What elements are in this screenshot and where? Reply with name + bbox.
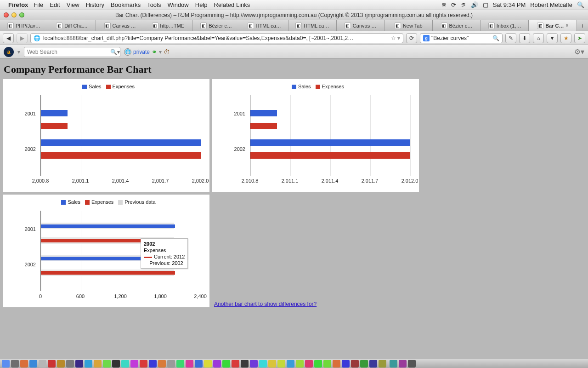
dock-app-icon[interactable]	[296, 360, 304, 368]
web-search-input[interactable]	[24, 49, 110, 55]
dock-app-icon[interactable]	[369, 360, 377, 368]
dock-app-icon[interactable]	[333, 360, 340, 368]
dock-app-icon[interactable]	[158, 360, 166, 368]
dock-app-icon[interactable]	[112, 360, 120, 368]
dock-app-icon[interactable]	[213, 360, 221, 368]
dock-app-icon[interactable]	[204, 360, 212, 368]
bar[interactable]	[41, 139, 201, 146]
dock-app-icon[interactable]	[360, 360, 368, 368]
site-identity-icon[interactable]: 🌐	[34, 35, 40, 41]
toolbar-btn-3[interactable]: ➤	[574, 33, 585, 43]
browser-tab[interactable]: ◧http…TME	[144, 20, 192, 31]
dock-app-icon[interactable]	[305, 360, 313, 368]
dock-app-icon[interactable]	[195, 360, 203, 368]
dock-app-icon[interactable]	[167, 360, 175, 368]
forward-button[interactable]: ▶	[17, 33, 28, 43]
dock-app-icon[interactable]	[94, 360, 102, 368]
menu-related-links[interactable]: Related Links	[214, 1, 250, 8]
spotlight-icon[interactable]: 🔍	[577, 1, 584, 8]
menu-tools[interactable]: Tools	[147, 1, 161, 8]
search-bar[interactable]: g "Bezier curves" 🔍	[420, 33, 503, 43]
dock-app-icon[interactable]	[85, 360, 92, 368]
dock-app-icon[interactable]	[186, 360, 193, 368]
bar-current[interactable]	[41, 224, 175, 228]
dock-app-icon[interactable]	[259, 360, 267, 368]
dock-app-icon[interactable]	[379, 360, 386, 368]
wifi-icon[interactable]: ⚞	[461, 1, 466, 8]
zoom-window-button[interactable]	[19, 12, 24, 17]
browser-tab[interactable]: ◧Bézier c…	[433, 20, 481, 31]
battery-icon[interactable]: ▢	[483, 1, 488, 8]
menu-edit[interactable]: Edit	[50, 1, 60, 8]
dock-app-icon[interactable]	[323, 360, 331, 368]
bar[interactable]	[250, 123, 277, 129]
bar[interactable]	[41, 123, 68, 129]
dock-app-icon[interactable]	[399, 360, 407, 368]
dock-app-icon[interactable]	[11, 360, 19, 368]
dock-app-icon[interactable]	[342, 360, 350, 368]
dock-app-icon[interactable]	[287, 360, 294, 368]
dock-app-icon[interactable]	[351, 360, 359, 368]
bluetooth-icon[interactable]: ✵	[441, 1, 447, 8]
clock-text[interactable]: Sat 9:34 PM	[493, 1, 526, 8]
search-magnify-icon[interactable]: 🔍	[492, 35, 499, 41]
gear-icon[interactable]: ⚙▾	[574, 47, 584, 56]
close-tab-icon[interactable]: ×	[565, 23, 568, 28]
dock-app-icon[interactable]	[2, 360, 10, 368]
browser-tab[interactable]: ◧HTML ca…	[288, 20, 337, 31]
browser-tab[interactable]: ◧Inbox (1,…	[481, 20, 529, 31]
menu-view[interactable]: View	[67, 1, 79, 8]
download-button[interactable]: ⬇	[519, 33, 530, 43]
browser-tab[interactable]: ◧Bézier c…	[192, 20, 241, 31]
dock-app-icon[interactable]	[277, 360, 285, 368]
minimize-window-button[interactable]	[11, 12, 17, 17]
private-label[interactable]: private	[133, 49, 150, 55]
bookmark-star-icon[interactable]: ☆ ▾	[391, 35, 400, 41]
dock-app-icon[interactable]	[408, 360, 416, 368]
dock-app-icon[interactable]	[103, 360, 111, 368]
app-name[interactable]: Firefox	[8, 1, 28, 8]
dock-app-icon[interactable]	[390, 360, 397, 368]
dock-app-icon[interactable]	[268, 360, 276, 368]
dock-app-icon[interactable]	[57, 360, 65, 368]
amazon-button[interactable]: a	[4, 47, 14, 57]
dock-app-icon[interactable]	[241, 360, 249, 368]
web-search-magnify-icon[interactable]: 🔍▾	[110, 49, 120, 55]
menu-window[interactable]: Window	[168, 1, 189, 8]
back-button[interactable]: ◀	[3, 33, 14, 43]
browser-tab[interactable]: ◧Diff Cha…	[48, 20, 96, 31]
bar[interactable]	[250, 139, 410, 146]
bar[interactable]	[41, 110, 68, 116]
dock-app-icon[interactable]	[48, 360, 56, 368]
toolbar-btn-2[interactable]: ★	[560, 33, 571, 43]
dock[interactable]	[0, 359, 588, 368]
bookmarks-toggle-button[interactable]: ▾	[547, 33, 558, 43]
home-button[interactable]: ⌂	[533, 33, 544, 43]
dock-app-icon[interactable]	[39, 360, 46, 368]
bar[interactable]	[41, 152, 201, 159]
region-icon[interactable]: 🌐	[124, 48, 131, 56]
stopwatch-icon[interactable]: ⏱	[164, 48, 170, 56]
dock-app-icon[interactable]	[222, 360, 230, 368]
browser-tab[interactable]: ◧HTML ca…	[240, 20, 288, 31]
bar[interactable]	[250, 152, 410, 159]
web-search-box[interactable]: 🔍▾	[24, 47, 120, 57]
dock-app-icon[interactable]	[121, 360, 129, 368]
toolbar-btn-1[interactable]: ✎	[505, 33, 516, 43]
dock-app-icon[interactable]	[130, 360, 138, 368]
sync-icon[interactable]: ⟳	[451, 1, 456, 8]
menu-help[interactable]: Help	[195, 1, 208, 8]
dock-app-icon[interactable]	[314, 360, 322, 368]
browser-tab[interactable]: ◧Canvas …	[96, 20, 144, 31]
dock-app-icon[interactable]	[20, 360, 28, 368]
menu-history[interactable]: History	[86, 1, 104, 8]
dock-app-icon[interactable]	[176, 360, 184, 368]
dock-app-icon[interactable]	[149, 360, 157, 368]
browser-tab[interactable]: ◧PHP/Jav…	[0, 20, 48, 31]
browser-tab[interactable]: ◧New Tab	[384, 20, 433, 31]
browser-tab[interactable]: ◧Canvas …	[337, 20, 385, 31]
reload-button[interactable]: ⟳	[406, 33, 417, 43]
close-window-button[interactable]	[4, 12, 9, 17]
bar-current[interactable]	[41, 271, 175, 275]
link-icon[interactable]: ⚭	[152, 48, 157, 56]
